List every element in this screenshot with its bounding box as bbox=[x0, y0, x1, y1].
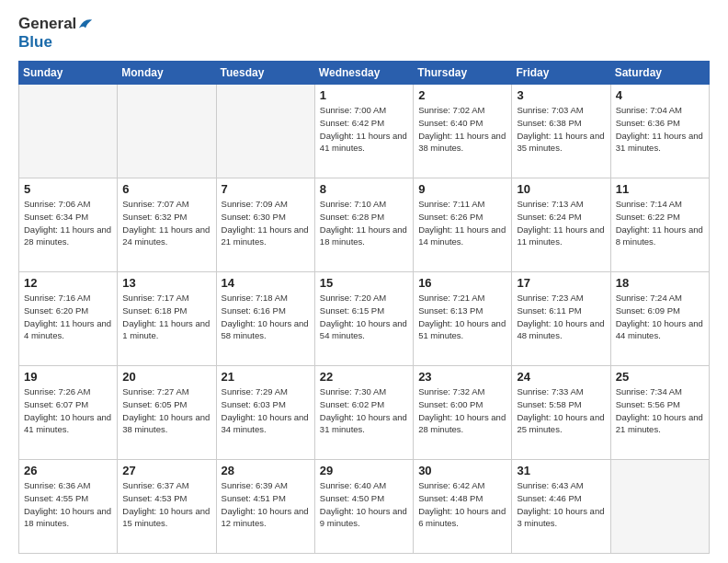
day-info: Sunrise: 7:13 AMSunset: 6:24 PMDaylight:… bbox=[517, 198, 605, 248]
calendar-cell: 3Sunrise: 7:03 AMSunset: 6:38 PMDaylight… bbox=[512, 85, 610, 178]
calendar-cell: 7Sunrise: 7:09 AMSunset: 6:30 PMDaylight… bbox=[216, 178, 314, 272]
calendar-cell: 22Sunrise: 7:30 AMSunset: 6:02 PMDayligh… bbox=[314, 366, 413, 460]
day-number: 10 bbox=[517, 182, 605, 196]
weekday-header-wednesday: Wednesday bbox=[314, 62, 413, 85]
week-row-1: 1Sunrise: 7:00 AMSunset: 6:42 PMDaylight… bbox=[19, 85, 710, 178]
day-number: 29 bbox=[320, 464, 408, 477]
calendar-header-row: SundayMondayTuesdayWednesdayThursdayFrid… bbox=[19, 62, 710, 85]
calendar-table: SundayMondayTuesdayWednesdayThursdayFrid… bbox=[18, 61, 710, 554]
day-info: Sunrise: 6:39 AMSunset: 4:51 PMDaylight:… bbox=[222, 479, 310, 530]
day-number: 22 bbox=[320, 370, 408, 384]
calendar-cell: 21Sunrise: 7:29 AMSunset: 6:03 PMDayligh… bbox=[216, 366, 314, 460]
calendar-cell: 15Sunrise: 7:20 AMSunset: 6:15 PMDayligh… bbox=[314, 272, 413, 366]
day-number: 19 bbox=[24, 370, 112, 384]
day-info: Sunrise: 7:10 AMSunset: 6:28 PMDaylight:… bbox=[320, 198, 408, 248]
header: General Blue bbox=[18, 15, 710, 52]
day-number: 12 bbox=[24, 276, 112, 290]
page: General Blue SundayMondayTuesdayWednesda… bbox=[0, 0, 728, 563]
logo-blue-text: Blue bbox=[18, 33, 52, 51]
day-number: 27 bbox=[122, 464, 210, 477]
day-number: 17 bbox=[517, 276, 605, 290]
calendar-cell: 5Sunrise: 7:06 AMSunset: 6:34 PMDaylight… bbox=[19, 178, 118, 272]
week-row-4: 19Sunrise: 7:26 AMSunset: 6:07 PMDayligh… bbox=[19, 366, 710, 460]
calendar-cell: 27Sunrise: 6:37 AMSunset: 4:53 PMDayligh… bbox=[118, 460, 216, 554]
day-number: 25 bbox=[616, 370, 704, 384]
calendar-cell bbox=[19, 85, 118, 178]
calendar-cell bbox=[610, 460, 709, 554]
day-info: Sunrise: 7:14 AMSunset: 6:22 PMDaylight:… bbox=[616, 198, 704, 248]
day-info: Sunrise: 6:40 AMSunset: 4:50 PMDaylight:… bbox=[320, 479, 408, 530]
calendar-cell: 1Sunrise: 7:00 AMSunset: 6:42 PMDaylight… bbox=[314, 85, 413, 178]
day-info: Sunrise: 6:36 AMSunset: 4:55 PMDaylight:… bbox=[24, 479, 112, 530]
calendar-cell: 29Sunrise: 6:40 AMSunset: 4:50 PMDayligh… bbox=[314, 460, 413, 554]
week-row-5: 26Sunrise: 6:36 AMSunset: 4:55 PMDayligh… bbox=[19, 460, 710, 554]
day-number: 23 bbox=[418, 370, 506, 384]
weekday-header-monday: Monday bbox=[118, 62, 216, 85]
calendar-cell: 24Sunrise: 7:33 AMSunset: 5:58 PMDayligh… bbox=[512, 366, 610, 460]
calendar-cell bbox=[118, 85, 216, 178]
logo-bird-icon bbox=[77, 16, 94, 32]
calendar-cell: 14Sunrise: 7:18 AMSunset: 6:16 PMDayligh… bbox=[216, 272, 314, 366]
day-number: 4 bbox=[616, 88, 704, 102]
day-info: Sunrise: 7:17 AMSunset: 6:18 PMDaylight:… bbox=[122, 292, 210, 342]
calendar-cell: 18Sunrise: 7:24 AMSunset: 6:09 PMDayligh… bbox=[610, 272, 709, 366]
weekday-header-friday: Friday bbox=[512, 62, 610, 85]
calendar-cell: 20Sunrise: 7:27 AMSunset: 6:05 PMDayligh… bbox=[118, 366, 216, 460]
day-number: 13 bbox=[122, 276, 210, 290]
day-info: Sunrise: 7:34 AMSunset: 5:56 PMDaylight:… bbox=[616, 385, 704, 436]
day-number: 8 bbox=[320, 182, 408, 196]
day-number: 14 bbox=[222, 276, 310, 290]
day-info: Sunrise: 7:02 AMSunset: 6:40 PMDaylight:… bbox=[418, 104, 506, 155]
day-info: Sunrise: 7:21 AMSunset: 6:13 PMDaylight:… bbox=[418, 292, 506, 342]
calendar-cell: 8Sunrise: 7:10 AMSunset: 6:28 PMDaylight… bbox=[314, 178, 413, 272]
day-info: Sunrise: 7:03 AMSunset: 6:38 PMDaylight:… bbox=[517, 104, 605, 155]
day-number: 1 bbox=[320, 88, 408, 102]
day-info: Sunrise: 7:30 AMSunset: 6:02 PMDaylight:… bbox=[320, 385, 408, 436]
calendar-cell: 30Sunrise: 6:42 AMSunset: 4:48 PMDayligh… bbox=[414, 460, 512, 554]
calendar-cell: 19Sunrise: 7:26 AMSunset: 6:07 PMDayligh… bbox=[19, 366, 118, 460]
day-info: Sunrise: 7:32 AMSunset: 6:00 PMDaylight:… bbox=[418, 385, 506, 436]
weekday-header-saturday: Saturday bbox=[610, 62, 709, 85]
day-number: 21 bbox=[222, 370, 310, 384]
day-number: 18 bbox=[616, 276, 704, 290]
calendar-cell: 13Sunrise: 7:17 AMSunset: 6:18 PMDayligh… bbox=[118, 272, 216, 366]
day-number: 2 bbox=[418, 88, 506, 102]
calendar-cell: 9Sunrise: 7:11 AMSunset: 6:26 PMDaylight… bbox=[414, 178, 512, 272]
day-info: Sunrise: 7:23 AMSunset: 6:11 PMDaylight:… bbox=[517, 292, 605, 342]
calendar-cell: 16Sunrise: 7:21 AMSunset: 6:13 PMDayligh… bbox=[414, 272, 512, 366]
day-info: Sunrise: 7:04 AMSunset: 6:36 PMDaylight:… bbox=[616, 104, 704, 155]
day-info: Sunrise: 7:09 AMSunset: 6:30 PMDaylight:… bbox=[222, 198, 310, 248]
day-info: Sunrise: 6:42 AMSunset: 4:48 PMDaylight:… bbox=[418, 479, 506, 530]
weekday-header-sunday: Sunday bbox=[19, 62, 118, 85]
day-info: Sunrise: 7:33 AMSunset: 5:58 PMDaylight:… bbox=[517, 385, 605, 436]
calendar-cell bbox=[216, 85, 314, 178]
day-number: 6 bbox=[122, 182, 210, 196]
day-number: 28 bbox=[222, 464, 310, 477]
day-info: Sunrise: 7:07 AMSunset: 6:32 PMDaylight:… bbox=[122, 198, 210, 248]
day-number: 31 bbox=[517, 464, 605, 477]
day-info: Sunrise: 7:11 AMSunset: 6:26 PMDaylight:… bbox=[418, 198, 506, 248]
calendar-cell: 10Sunrise: 7:13 AMSunset: 6:24 PMDayligh… bbox=[512, 178, 610, 272]
day-info: Sunrise: 7:00 AMSunset: 6:42 PMDaylight:… bbox=[320, 104, 408, 155]
calendar-cell: 12Sunrise: 7:16 AMSunset: 6:20 PMDayligh… bbox=[19, 272, 118, 366]
calendar-cell: 4Sunrise: 7:04 AMSunset: 6:36 PMDaylight… bbox=[610, 85, 709, 178]
day-number: 30 bbox=[418, 464, 506, 477]
day-number: 7 bbox=[222, 182, 310, 196]
day-number: 16 bbox=[418, 276, 506, 290]
day-info: Sunrise: 7:24 AMSunset: 6:09 PMDaylight:… bbox=[616, 292, 704, 342]
day-number: 3 bbox=[517, 88, 605, 102]
day-number: 5 bbox=[24, 182, 112, 196]
calendar-cell: 17Sunrise: 7:23 AMSunset: 6:11 PMDayligh… bbox=[512, 272, 610, 366]
calendar-cell: 26Sunrise: 6:36 AMSunset: 4:55 PMDayligh… bbox=[19, 460, 118, 554]
day-info: Sunrise: 7:18 AMSunset: 6:16 PMDaylight:… bbox=[222, 292, 310, 342]
week-row-2: 5Sunrise: 7:06 AMSunset: 6:34 PMDaylight… bbox=[19, 178, 710, 272]
day-info: Sunrise: 7:16 AMSunset: 6:20 PMDaylight:… bbox=[24, 292, 112, 342]
logo: General Blue bbox=[18, 15, 94, 52]
calendar-cell: 23Sunrise: 7:32 AMSunset: 6:00 PMDayligh… bbox=[414, 366, 512, 460]
day-info: Sunrise: 7:26 AMSunset: 6:07 PMDaylight:… bbox=[24, 385, 112, 436]
calendar-cell: 11Sunrise: 7:14 AMSunset: 6:22 PMDayligh… bbox=[610, 178, 709, 272]
logo-general-text: General bbox=[18, 15, 76, 33]
calendar-cell: 25Sunrise: 7:34 AMSunset: 5:56 PMDayligh… bbox=[610, 366, 709, 460]
day-info: Sunrise: 6:37 AMSunset: 4:53 PMDaylight:… bbox=[122, 479, 210, 530]
day-number: 24 bbox=[517, 370, 605, 384]
